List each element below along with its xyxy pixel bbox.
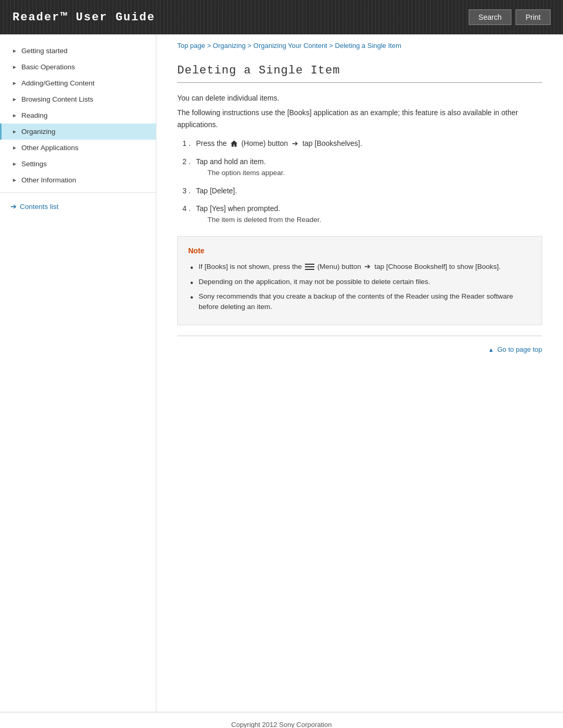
step-4: 4 . Tap [Yes] when prompted. The item is… bbox=[182, 203, 542, 226]
copyright: Copyright 2012 Sony Corporation bbox=[231, 721, 332, 728]
note-item-1-text-before: If [Books] is not shown, press the bbox=[199, 263, 304, 270]
chevron-right-icon: ► bbox=[12, 48, 17, 54]
sidebar: ► Getting started ► Basic Operations ► A… bbox=[0, 34, 156, 712]
intro-line-2: The following instructions use the [Book… bbox=[177, 107, 542, 130]
breadcrumb-separator-3: > bbox=[329, 42, 335, 50]
breadcrumb-separator-2: > bbox=[248, 42, 253, 50]
breadcrumb-organizing-your-content[interactable]: Organizing Your Content bbox=[253, 42, 327, 50]
go-to-top[interactable]: ▲ Go to page top bbox=[177, 336, 542, 360]
step-3-number: 3 . bbox=[182, 185, 194, 196]
sidebar-item-label: Adding/Getting Content bbox=[21, 79, 94, 87]
step-4-number: 4 . bbox=[182, 203, 194, 214]
go-to-top-label: Go to page top bbox=[497, 346, 542, 353]
sidebar-divider bbox=[0, 192, 156, 193]
step-2-content: Tap and hold an item. The option items a… bbox=[196, 156, 542, 179]
note-item-1-text-after: tap [Choose Bookshelf] to show [Books]. bbox=[374, 263, 500, 270]
sidebar-item-other-applications[interactable]: ► Other Applications bbox=[0, 140, 156, 156]
step-3-content: Tap [Delete]. bbox=[196, 185, 542, 196]
note-item-3: Sony recommends that you create a backup… bbox=[188, 291, 531, 313]
sidebar-item-label: Other Applications bbox=[21, 144, 79, 152]
page-footer: Copyright 2012 Sony Corporation bbox=[0, 712, 563, 728]
step-3-text: Tap [Delete]. bbox=[196, 187, 237, 195]
chevron-right-icon: ► bbox=[12, 96, 17, 102]
sidebar-item-label: Reading bbox=[21, 112, 47, 119]
print-button[interactable]: Print bbox=[516, 9, 550, 25]
breadcrumb-organizing[interactable]: Organizing bbox=[213, 42, 246, 50]
note-item-3-text: Sony recommends that you create a backup… bbox=[199, 292, 513, 311]
note-item-1-arrow: ➔ bbox=[364, 263, 371, 270]
chevron-right-icon: ► bbox=[12, 113, 17, 118]
app-title: Reader™ User Guide bbox=[13, 11, 155, 24]
search-button[interactable]: Search bbox=[469, 9, 511, 25]
sidebar-item-label: Basic Operations bbox=[21, 63, 75, 71]
main-content: Top page > Organizing > Organizing Your … bbox=[156, 34, 563, 712]
page-header: Reader™ User Guide Search Print bbox=[0, 0, 563, 34]
content-body: You can delete individual items. The fol… bbox=[177, 92, 542, 360]
breadcrumb-separator-1: > bbox=[207, 42, 213, 50]
step-4-text: Tap [Yes] when prompted. bbox=[196, 204, 280, 213]
sidebar-item-reading[interactable]: ► Reading bbox=[0, 107, 156, 124]
step-4-sub: The item is deleted from the Reader. bbox=[196, 214, 542, 226]
note-item-1: If [Books] is not shown, press the (Menu… bbox=[188, 262, 531, 272]
contents-list-link[interactable]: ➔ Contents list bbox=[0, 197, 156, 216]
chevron-right-icon: ► bbox=[12, 64, 17, 70]
page-layout: ► Getting started ► Basic Operations ► A… bbox=[0, 34, 563, 712]
breadcrumb-top-page[interactable]: Top page bbox=[177, 42, 205, 50]
sidebar-item-adding-getting-content[interactable]: ► Adding/Getting Content bbox=[0, 75, 156, 91]
page-title: Deleting a Single Item bbox=[177, 64, 542, 83]
note-item-1-text-middle: (Menu) button bbox=[317, 263, 363, 270]
sidebar-item-getting-started[interactable]: ► Getting started bbox=[0, 43, 156, 59]
step-2: 2 . Tap and hold an item. The option ite… bbox=[182, 156, 542, 179]
chevron-right-icon: ► bbox=[12, 145, 17, 151]
sidebar-item-settings[interactable]: ► Settings bbox=[0, 156, 156, 172]
step-2-number: 2 . bbox=[182, 156, 194, 167]
step-1: 1 . Press the (Home) button ➔ tap [Books… bbox=[182, 138, 542, 149]
chevron-right-icon: ► bbox=[12, 129, 17, 134]
sidebar-item-basic-operations[interactable]: ► Basic Operations bbox=[0, 59, 156, 75]
contents-list-label: Contents list bbox=[20, 203, 58, 211]
step-4-content: Tap [Yes] when prompted. The item is del… bbox=[196, 203, 542, 226]
go-to-top-link[interactable]: ▲ Go to page top bbox=[488, 346, 542, 353]
step-1-number: 1 . bbox=[182, 138, 194, 149]
triangle-up-icon: ▲ bbox=[488, 347, 494, 353]
step-1-content: Press the (Home) button ➔ tap [Bookshelv… bbox=[196, 138, 542, 149]
sidebar-item-organizing[interactable]: ► Organizing bbox=[0, 124, 156, 140]
step-3: 3 . Tap [Delete]. bbox=[182, 185, 542, 196]
chevron-right-icon: ► bbox=[12, 177, 17, 183]
step-1-text-middle: (Home) button bbox=[241, 139, 290, 147]
arrow-right-icon: ➔ bbox=[10, 202, 17, 211]
header-button-group: Search Print bbox=[469, 9, 550, 25]
menu-icon bbox=[305, 264, 314, 271]
step-2-text: Tap and hold an item. bbox=[196, 157, 266, 166]
note-box: Note If [Books] is not shown, press the … bbox=[177, 236, 542, 325]
note-item-2-text: Depending on the application, it may not… bbox=[199, 278, 430, 286]
note-list: If [Books] is not shown, press the (Menu… bbox=[188, 262, 531, 312]
step-1-arrow: ➔ bbox=[292, 139, 298, 147]
step-2-sub: The option items appear. bbox=[196, 167, 542, 179]
breadcrumb: Top page > Organizing > Organizing Your … bbox=[177, 34, 542, 55]
sidebar-item-browsing-content-lists[interactable]: ► Browsing Content Lists bbox=[0, 91, 156, 107]
step-1-text-before: Press the bbox=[196, 139, 229, 147]
sidebar-item-label: Other Information bbox=[21, 176, 76, 184]
sidebar-item-label: Settings bbox=[21, 160, 47, 168]
chevron-right-icon: ► bbox=[12, 161, 17, 167]
note-item-2: Depending on the application, it may not… bbox=[188, 277, 531, 287]
chevron-right-icon: ► bbox=[12, 80, 17, 86]
home-icon bbox=[230, 140, 238, 148]
sidebar-item-label: Getting started bbox=[21, 47, 68, 55]
steps-list: 1 . Press the (Home) button ➔ tap [Books… bbox=[182, 138, 542, 226]
step-1-text-after: tap [Bookshelves]. bbox=[302, 139, 362, 147]
breadcrumb-current: Deleting a Single Item bbox=[335, 42, 401, 50]
sidebar-item-other-information[interactable]: ► Other Information bbox=[0, 172, 156, 188]
intro-line-1: You can delete individual items. bbox=[177, 92, 542, 104]
sidebar-item-label: Browsing Content Lists bbox=[21, 95, 93, 103]
note-title: Note bbox=[188, 245, 531, 256]
sidebar-item-label: Organizing bbox=[21, 128, 55, 135]
